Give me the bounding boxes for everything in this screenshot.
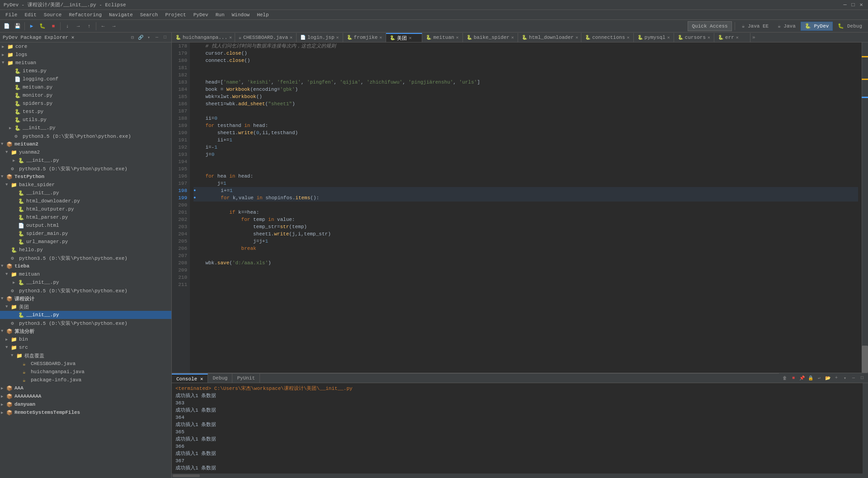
code-content[interactable]: # 找人们问乞讨时间与数据库连接每次内，这也定义的规则 cursor.close… <box>190 42 862 373</box>
close-button[interactable]: ✕ <box>858 2 864 8</box>
tab-huichanganpa[interactable]: 🐍 huichanganpa... ✕ <box>172 33 235 42</box>
tree-item-python35-3[interactable]: ⚙python3.5 (D:\安装\Python\python.exe) <box>0 254 171 262</box>
tree-item-suanfa[interactable]: ▼📦算法分析 <box>0 327 171 335</box>
tree-item-html-parser[interactable]: 🐍html_parser.py <box>0 213 171 221</box>
new-button[interactable]: 📄 <box>2 21 12 31</box>
run-button[interactable]: ▶ <box>27 21 37 31</box>
tree-item-meituan-py[interactable]: 🐍meituan.py <box>0 83 171 91</box>
tree-item-src[interactable]: ▼📁src <box>0 343 171 351</box>
tree-item-python35-2[interactable]: ⚙python3.5 (D:\安装\Python\python.exe) <box>0 164 171 173</box>
step-into[interactable]: ↓ <box>62 21 72 31</box>
quick-access-button[interactable]: Quick Access <box>688 21 731 31</box>
menu-refactoring[interactable]: Refactoring <box>65 10 105 20</box>
tab-console[interactable]: Console ✕ <box>172 374 208 383</box>
perspective-java-ee[interactable]: ☕ Java EE <box>738 22 773 31</box>
tree-item-remote[interactable]: ▶📦RemoteSystemsTempFiles <box>0 408 171 417</box>
debug-button[interactable]: 🐛 <box>38 21 47 31</box>
console-vscroll[interactable] <box>863 383 868 478</box>
tab-err[interactable]: 🐍 err ✕ <box>714 33 750 42</box>
tree-item-items-py[interactable]: 🐍items.py <box>0 67 171 75</box>
link-editor-button[interactable]: 🔗 <box>137 34 144 41</box>
tree-item-init-py-meituan[interactable]: ▶🐍__init__.py <box>0 124 171 132</box>
tree-item-test-py[interactable]: 🐍test.py <box>0 108 171 116</box>
tab-debug[interactable]: Debug <box>208 374 232 383</box>
maximize-button[interactable]: □ <box>850 2 856 8</box>
minimize-button[interactable]: — <box>842 2 848 8</box>
menu-run[interactable]: Run <box>212 10 228 20</box>
tree-item-danyuan[interactable]: ▶📦danyuan <box>0 400 171 408</box>
menu-pydev[interactable]: PyDev <box>190 10 212 20</box>
tab-baike[interactable]: 🐍 baike_spider ✕ <box>463 33 518 42</box>
maximize-panel-button[interactable]: □ <box>161 34 169 41</box>
tab-pyunit[interactable]: PyUnit <box>232 374 260 383</box>
tree-item-url-manager[interactable]: 🐍url_manager.py <box>0 238 171 246</box>
console-hscroll-thumb[interactable] <box>173 474 200 477</box>
tree-item-meituan2[interactable]: ▼📦meituan2 <box>0 140 171 148</box>
explorer-tree[interactable]: ▶📁core ▶📁logs ▼📁meituan 🐍items.py 📄loggi… <box>0 42 171 478</box>
tab-cursors[interactable]: 🐍 cursors ✕ <box>674 33 714 42</box>
collapse-all-button[interactable]: ⊟ <box>129 34 136 41</box>
tree-item-meituan-root[interactable]: ▼📁meituan <box>0 59 171 67</box>
tree-item-core[interactable]: ▶📁core <box>0 42 171 51</box>
menu-navigate[interactable]: Navigate <box>105 10 137 20</box>
menu-help[interactable]: Help <box>253 10 272 20</box>
tabs-overflow-button[interactable]: » <box>750 33 757 42</box>
menu-window[interactable]: Window <box>228 10 254 20</box>
tab-close-huichanganpa[interactable]: ✕ <box>229 35 232 40</box>
tree-item-spiders-py[interactable]: 🐍spiders.py <box>0 99 171 108</box>
tab-login[interactable]: 📄 login.jsp ✕ <box>297 33 343 42</box>
minimize-bottom[interactable]: — <box>849 374 858 382</box>
tree-item-testpython[interactable]: ▼📦TestPython <box>0 173 171 181</box>
tree-item-chessboard-java[interactable]: ☕CHESSBOARD.java <box>0 360 171 368</box>
open-file-button[interactable]: 📂 <box>824 374 832 382</box>
tree-item-logs[interactable]: ▶📁logs <box>0 51 171 59</box>
tree-item-aaaaaaaaa[interactable]: ▶📦AAAAAAAAA <box>0 392 171 400</box>
minimize-panel-button[interactable]: — <box>153 34 160 41</box>
tree-item-init-kecheng[interactable]: 🐍__init__.py <box>0 311 171 319</box>
perspective-debug[interactable]: 🐛 Debug <box>834 22 866 31</box>
tab-connections[interactable]: 🐍 connections ✕ <box>581 33 634 42</box>
tree-item-qipan[interactable]: ▼📁棋盘覆盖 <box>0 351 171 360</box>
tab-fromjike[interactable]: 🐍 fromjike ✕ <box>343 33 387 42</box>
menu-source[interactable]: Source <box>40 10 66 20</box>
tree-item-huichang-java[interactable]: ☕huichanganpai.java <box>0 368 171 376</box>
tab-close-baike[interactable]: ✕ <box>511 35 514 40</box>
scroll-lock-button[interactable]: 🔒 <box>807 374 815 382</box>
tree-item-init-baike[interactable]: 🐍__init__.py <box>0 189 171 197</box>
tab-pymysql[interactable]: 🐍 pymysql ✕ <box>634 33 674 42</box>
tab-close-meituan2[interactable]: ✕ <box>456 35 459 40</box>
tab-close-connections[interactable]: ✕ <box>627 35 630 40</box>
tree-item-tieba[interactable]: ▼📦tieba <box>0 262 171 270</box>
tree-item-tieba-meituan[interactable]: ▼📁meituan <box>0 270 171 278</box>
tab-chessboard[interactable]: ☕ CHESSBOARD.java ✕ <box>235 33 297 42</box>
tab-html-downloader[interactable]: 🐍 html_downloader ✕ <box>518 33 581 42</box>
tree-item-html-downloader[interactable]: 🐍html_downloader.py <box>0 197 171 205</box>
tree-item-monitor-py[interactable]: 🐍monitor.py <box>0 91 171 99</box>
tab-meituan2[interactable]: 🐍 meituan ✕ <box>422 33 462 42</box>
clear-console-button[interactable]: 🗑 <box>781 374 789 382</box>
console-output[interactable]: <terminated> C:\Users\宋杰\workspace\课程设计\… <box>172 383 863 473</box>
view-menu-bottom[interactable]: ▾ <box>841 374 849 382</box>
scroll-thumb[interactable] <box>862 346 868 373</box>
back-button[interactable]: ← <box>98 21 108 31</box>
tree-item-meituan-kecheng[interactable]: ▼📁美团 <box>0 303 171 311</box>
tab-close-cursors[interactable]: ✕ <box>708 35 710 40</box>
word-wrap-button[interactable]: ↩ <box>815 374 823 382</box>
tree-item-init-tieba[interactable]: ▶🐍__init__.py <box>0 278 171 286</box>
forward-button[interactable]: → <box>109 21 119 31</box>
tab-close-fromjike[interactable]: ✕ <box>379 35 382 40</box>
tree-item-init-yuanma2[interactable]: ▶🐍__init__.py <box>0 156 171 164</box>
tree-item-bin[interactable]: ▶📁bin <box>0 335 171 343</box>
code-editor[interactable]: 178 179 180 181 182 183 184 185 186 187 … <box>172 42 862 373</box>
tab-close-chessboard[interactable]: ✕ <box>290 35 292 40</box>
menu-edit[interactable]: Edit <box>21 10 40 20</box>
tab-meituan-active[interactable]: 🐍 美团 ✕ <box>386 33 422 42</box>
tree-item-kecheng[interactable]: ▼📦课程设计 <box>0 295 171 303</box>
tab-close-login[interactable]: ✕ <box>336 35 339 40</box>
tree-item-python35-5[interactable]: ⚙python3.5 (D:\安装\Python\python.exe) <box>0 319 171 327</box>
menu-project[interactable]: Project <box>161 10 189 20</box>
tree-item-python35-4[interactable]: ⚙python3.5 (D:\安装\Python\python.exe) <box>0 286 171 295</box>
tree-item-utils-py[interactable]: 🐍utils.py <box>0 116 171 124</box>
pin-button[interactable]: 📌 <box>798 374 806 382</box>
stop-process-button[interactable]: ■ <box>789 374 797 382</box>
